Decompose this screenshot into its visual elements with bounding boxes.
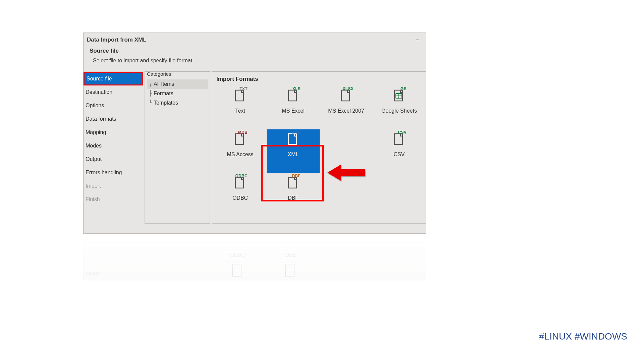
format-ms-excel-2007[interactable]: XLSXMS Excel 2007 [320,86,373,129]
file-icon: MDB [234,132,246,146]
window-title: Data Import from XML [87,37,147,43]
format-label: DBF [288,195,299,201]
category-formats[interactable]: ├Formats [147,89,208,98]
format-label: XML [288,152,299,158]
tree-connector-icon: ├ [149,91,154,96]
sidebar-item-label: Errors handling [86,170,122,176]
sidebar-item-import: Import [84,179,143,193]
format-ms-excel[interactable]: XLSMS Excel [267,86,320,129]
sidebar-item-label: Destination [86,89,112,95]
format-ms-access[interactable]: MDBMS Access [214,129,267,173]
sidebar-item-modes[interactable]: Modes [84,139,143,153]
wizard-sidebar: Source fileDestinationOptionsData format… [84,71,143,224]
format-text[interactable]: TXTText [214,86,267,129]
sidebar-item-label: Import [86,183,101,189]
svg-rect-2 [288,90,297,101]
file-icon: TXT [234,88,246,103]
svg-rect-12 [285,264,294,276]
sidebar-item-label: Output [86,156,102,162]
format-xml[interactable]: XMLXML [267,129,320,173]
format-label: MS Excel [282,108,305,114]
svg-rect-11 [232,264,241,276]
ext-badge: CSV [397,130,407,135]
sidebar-item-label: Finish [86,196,100,202]
ext-badge: ODBC [235,174,248,178]
svg-rect-3 [341,90,350,101]
file-icon: GS [393,88,405,103]
svg-rect-1 [235,90,244,101]
format-label: Google Sheets [381,108,417,114]
ext-badge: DBF [291,174,301,178]
minimize-button[interactable] [410,35,425,45]
format-odbc[interactable]: ODBCODBC [214,173,267,217]
file-icon: XLSX [340,88,352,103]
category-label: All Items [154,81,174,87]
formats-panel: Import Formats TXTTextXLSMS ExcelXLSXMS … [212,71,426,224]
ext-badge: XLS [292,86,301,91]
dialog-window: Data Import from XML Source file Select … [83,33,426,234]
svg-rect-5 [235,134,244,144]
tree-connector-icon: ┌ [149,81,154,87]
file-icon: ODBC [234,176,246,190]
titlebar: Data Import from XML [84,33,426,47]
category-all-items[interactable]: ┌All Items [147,79,208,89]
format-csv[interactable]: CSVCSV [373,129,426,173]
sidebar-item-label: Options [86,103,104,109]
formats-title: Import Formats [212,76,426,82]
sidebar-item-finish: Finish [84,193,143,206]
sidebar-item-data-formats[interactable]: Data formats [84,112,143,126]
sidebar-item-label: Mapping [86,129,106,135]
file-icon: XLS [287,88,299,103]
format-label: Text [235,108,245,114]
format-google-sheets[interactable]: GSGoogle Sheets [373,86,426,129]
format-dbf[interactable]: DBFDBF [267,173,320,217]
ext-badge: XML [291,130,301,135]
sheets-glyph-icon [395,93,402,99]
svg-rect-6 [288,134,297,144]
category-label: Formats [154,90,173,97]
category-templates[interactable]: └Templates [147,98,208,108]
ext-badge: MDB [238,130,248,135]
ext-badge: TXT [239,86,248,91]
page-title: Source file [90,48,420,54]
format-grid: TXTTextXLSMS ExcelXLSXMS Excel 2007GSGoo… [212,82,426,217]
sidebar-item-output[interactable]: Output [84,153,143,166]
file-icon: CSV [393,132,405,146]
sidebar-item-options[interactable]: Options [84,99,143,112]
file-icon: XML [287,132,299,146]
file-icon: DBF [287,176,299,190]
category-label: Templates [154,100,178,106]
sidebar-item-destination[interactable]: Destination [84,85,143,99]
sidebar-item-source-file[interactable]: Source file [84,72,143,85]
hashtags: #LINUX #WINDOWS [539,331,627,342]
format-label: MS Excel 2007 [328,108,364,114]
content-area: Source fileDestinationOptionsData format… [84,71,426,224]
svg-rect-8 [235,177,244,188]
categories-label: Categories: [147,71,208,77]
format-label: CSV [394,152,405,158]
categories-panel: Categories: ┌All Items├Formats└Templates [145,71,210,224]
page-subtitle: Select file to import and specify file f… [90,58,420,64]
sidebar-item-label: Source file [87,76,112,82]
sidebar-item-mapping[interactable]: Mapping [84,126,143,139]
tree-connector-icon: └ [149,100,154,106]
svg-rect-7 [394,134,402,144]
sidebar-item-errors-handling[interactable]: Errors handling [84,166,143,179]
format-label: ODBC [232,195,248,201]
sidebar-item-label: Modes [86,143,102,149]
svg-rect-9 [288,177,297,188]
sidebar-item-label: Data formats [86,116,116,122]
ext-badge: XLSX [342,86,354,91]
format-label: MS Access [227,152,253,158]
header-panel: Source file Select file to import and sp… [84,47,426,66]
ext-badge: GS [400,86,407,91]
reflection: Finish ODBC DBF [83,234,426,281]
